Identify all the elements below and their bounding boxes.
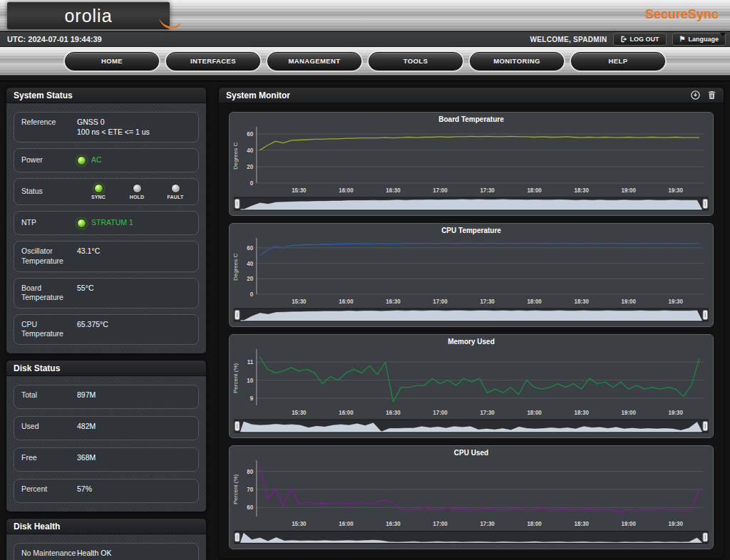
svg-text:16:00: 16:00 <box>339 299 354 305</box>
brand-swoosh-icon <box>158 18 182 33</box>
svg-text:18:00: 18:00 <box>527 299 542 305</box>
svg-text:0: 0 <box>250 180 254 187</box>
svg-text:15:30: 15:30 <box>292 410 307 416</box>
sync-led-green <box>94 184 103 193</box>
svg-text:16:30: 16:30 <box>386 521 401 527</box>
nav-tools[interactable]: TOOLS <box>369 52 463 71</box>
svg-text:60: 60 <box>247 131 253 138</box>
brand-logo: orolia <box>7 2 170 29</box>
hold-led-gray <box>133 184 142 193</box>
svg-text:40: 40 <box>247 260 253 266</box>
download-icon[interactable] <box>691 90 700 100</box>
chart-navigator-scrollbar[interactable] <box>234 308 709 322</box>
chart-navigator-scrollbar[interactable] <box>234 419 709 433</box>
hold-led-group: HOLD <box>121 184 153 199</box>
svg-text:9: 9 <box>250 395 254 402</box>
nav-shadow-strip <box>0 76 730 81</box>
disk-used-value: 482M <box>77 422 96 435</box>
svg-text:18:30: 18:30 <box>574 410 589 416</box>
disk-health-panel: Disk Health No Maintenance Required Heal… <box>6 518 207 560</box>
svg-text:17:30: 17:30 <box>480 521 495 527</box>
svg-text:16:00: 16:00 <box>339 410 354 416</box>
status-row-reference: Reference GNSS 0 100 ns < ETE <= 1 us <box>14 112 199 142</box>
svg-text:17:00: 17:00 <box>433 187 448 194</box>
svg-text:17:30: 17:30 <box>480 410 495 416</box>
disk-health-row: No Maintenance Required Health OK <box>14 543 199 560</box>
flag-icon: ⚑ <box>679 36 686 43</box>
chart-title: CPU Temperature <box>234 226 709 236</box>
sync-led-group: SYNC <box>83 184 114 199</box>
svg-text:18:30: 18:30 <box>574 187 589 194</box>
main-navigation: HOME INTERFACES MANAGEMENT TOOLS MONITOR… <box>0 47 730 76</box>
disk-row-used: Used 482M <box>14 416 199 440</box>
svg-text:60: 60 <box>247 245 253 252</box>
nav-help[interactable]: HELP <box>571 52 665 71</box>
svg-text:17:00: 17:00 <box>433 410 448 416</box>
svg-text:18:30: 18:30 <box>574 521 589 527</box>
disk-row-free: Free 368M <box>14 447 199 472</box>
trash-icon[interactable] <box>707 90 716 100</box>
panel-title: System Status <box>14 90 73 100</box>
svg-text:17:00: 17:00 <box>433 299 448 305</box>
svg-text:19:30: 19:30 <box>669 410 684 416</box>
svg-text:19:00: 19:00 <box>622 521 637 527</box>
chart-plot: 60708015:3016:0016:3017:0017:3018:0018:3… <box>234 458 709 529</box>
status-row-power: Power AC <box>14 148 199 172</box>
svg-text:40: 40 <box>247 147 253 154</box>
svg-text:16:30: 16:30 <box>386 410 401 416</box>
svg-text:60: 60 <box>247 504 253 511</box>
status-row-status: Status SYNC HOLD FAULT <box>14 178 199 205</box>
nav-interfaces[interactable]: INTERFACES <box>166 52 260 71</box>
system-monitor-header: System Monitor <box>219 88 724 103</box>
panel-title: System Monitor <box>226 90 290 100</box>
system-status-header: System Status <box>6 88 206 103</box>
chart-plot: 020406015:3016:0016:3017:0017:3018:0018:… <box>234 125 709 196</box>
language-button[interactable]: ⚑ Language <box>672 33 726 46</box>
product-name: SecureSync <box>645 7 719 22</box>
disk-total-value: 897M <box>77 390 96 403</box>
svg-text:15:30: 15:30 <box>292 521 307 527</box>
chart-cpu-temperature: CPU Temperature Degrees C 020406015:3016… <box>229 223 714 327</box>
oscillator-temp-value: 43.1°C <box>77 247 100 266</box>
chart-navigator-scrollbar[interactable] <box>234 197 709 211</box>
disk-row-percent: Percent 57% <box>14 479 199 503</box>
chevron-down-icon <box>720 33 726 36</box>
fault-led-gray <box>171 184 180 193</box>
svg-text:17:00: 17:00 <box>433 521 448 527</box>
logout-button[interactable]: LOG OUT <box>613 33 667 46</box>
svg-text:70: 70 <box>247 487 253 493</box>
chart-title: Board Temperature <box>234 115 709 125</box>
chart-title: Memory Used <box>234 337 709 347</box>
nav-monitoring[interactable]: MONITORING <box>470 52 564 71</box>
status-row-ntp: NTP STRATUM 1 <box>14 211 199 235</box>
status-row-cpu-temp: CPU Temperature 65.375°C <box>14 314 199 345</box>
nav-home[interactable]: HOME <box>65 52 159 71</box>
svg-text:19:30: 19:30 <box>669 187 684 194</box>
svg-text:19:00: 19:00 <box>622 410 637 416</box>
utc-time: UTC: 2024-07-01 19:44:39 <box>7 35 102 43</box>
power-led-green <box>77 156 86 165</box>
top-banner: orolia SecureSync <box>0 0 730 31</box>
svg-text:16:00: 16:00 <box>339 521 354 527</box>
disk-status-header: Disk Status <box>6 361 206 376</box>
chart-memory-used: Memory Used Percent (%) 9101115:3016:001… <box>229 334 714 438</box>
svg-text:19:00: 19:00 <box>622 299 637 305</box>
status-row-oscillator-temp: Oscillator Temperature 43.1°C <box>14 241 199 271</box>
ntp-led-green <box>77 219 86 228</box>
cpu-temp-value: 65.375°C <box>77 320 108 339</box>
chart-navigator-scrollbar[interactable] <box>234 530 709 544</box>
system-monitor-body: Board Temperature Degrees C 020406015:30… <box>219 103 724 558</box>
y-axis-label: Degrees C <box>232 242 241 293</box>
board-temp-value: 55°C <box>77 284 93 303</box>
system-monitor-panel: System Monitor Board Temperature Degrees… <box>218 87 724 559</box>
svg-text:15:30: 15:30 <box>292 299 307 305</box>
disk-free-value: 368M <box>77 453 96 466</box>
nav-management[interactable]: MANAGEMENT <box>267 52 361 71</box>
svg-text:80: 80 <box>247 468 253 475</box>
svg-text:0: 0 <box>250 291 254 298</box>
svg-text:20: 20 <box>247 164 253 170</box>
svg-text:18:00: 18:00 <box>527 521 542 527</box>
power-value: AC <box>91 155 102 165</box>
svg-text:19:30: 19:30 <box>669 521 684 527</box>
disk-status-panel: Disk Status Total 897M Used 482M Free 36… <box>6 360 207 512</box>
